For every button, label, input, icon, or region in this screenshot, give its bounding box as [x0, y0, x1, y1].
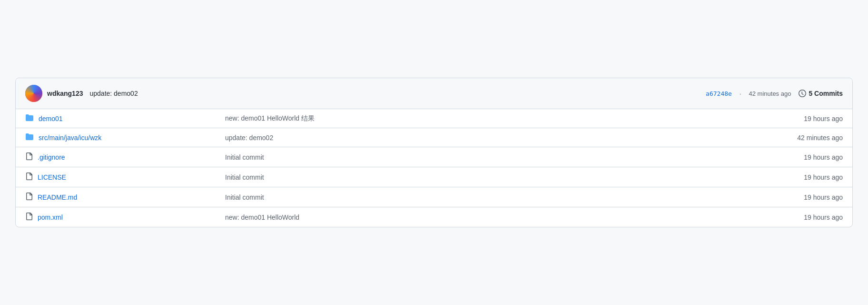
commit-author[interactable]: wdkang123: [47, 90, 83, 97]
file-icon-2: [25, 152, 33, 162]
repo-file-table: wdkang123 update: demo02 a67248e · 42 mi…: [15, 78, 853, 227]
file-commit-msg-0: new: demo01 HelloWorld 结果: [216, 114, 767, 123]
file-icon: [25, 152, 33, 161]
repo-header: wdkang123 update: demo02 a67248e · 42 mi…: [16, 78, 852, 109]
file-name-col: README.md: [25, 192, 216, 202]
file-rows-container: demo01 new: demo01 HelloWorld 结果 19 hour…: [16, 109, 852, 227]
header-left: wdkang123 update: demo02: [25, 85, 706, 102]
file-name-col: pom.xml: [25, 212, 216, 222]
file-time-3: 19 hours ago: [767, 173, 843, 181]
commit-message: update: demo02: [89, 90, 138, 97]
clock-icon: [799, 90, 806, 97]
file-icon: [25, 192, 33, 201]
table-row: src/main/java/icu/wzk update: demo02 42 …: [16, 128, 852, 147]
file-commit-msg-4: Initial commit: [216, 193, 767, 201]
table-row: README.md Initial commit 19 hours ago: [16, 187, 852, 207]
folder-icon: [25, 133, 34, 141]
file-commit-msg-5: new: demo01 HelloWorld: [216, 214, 767, 221]
commits-count-label: 5 Commits: [809, 90, 843, 97]
file-name-1[interactable]: src/main/java/icu/wzk: [39, 134, 101, 142]
commits-link[interactable]: 5 Commits: [799, 90, 843, 97]
file-name-5[interactable]: pom.xml: [38, 214, 63, 221]
file-icon: [25, 212, 33, 221]
table-row: LICENSE Initial commit 19 hours ago: [16, 167, 852, 187]
file-name-col: src/main/java/icu/wzk: [25, 133, 216, 142]
file-commit-msg-1: update: demo02: [216, 134, 767, 142]
separator: ·: [740, 90, 741, 97]
folder-icon-1: [25, 133, 34, 142]
file-commit-msg-2: Initial commit: [216, 153, 767, 161]
file-commit-msg-3: Initial commit: [216, 173, 767, 181]
folder-icon: [25, 114, 34, 122]
file-icon-5: [25, 212, 33, 222]
commit-time: 42 minutes ago: [749, 90, 791, 97]
file-name-col: LICENSE: [25, 172, 216, 182]
file-icon-3: [25, 172, 33, 182]
avatar: [25, 85, 42, 102]
file-time-2: 19 hours ago: [767, 153, 843, 161]
file-name-3[interactable]: LICENSE: [38, 173, 66, 181]
file-time-4: 19 hours ago: [767, 193, 843, 201]
file-name-col: .gitignore: [25, 152, 216, 162]
file-time-0: 19 hours ago: [767, 115, 843, 122]
header-right: a67248e · 42 minutes ago 5 Commits: [706, 90, 843, 97]
table-row: demo01 new: demo01 HelloWorld 结果 19 hour…: [16, 109, 852, 128]
file-time-5: 19 hours ago: [767, 214, 843, 221]
file-name-2[interactable]: .gitignore: [38, 153, 65, 161]
folder-icon-0: [25, 114, 34, 123]
table-row: .gitignore Initial commit 19 hours ago: [16, 147, 852, 167]
commit-hash[interactable]: a67248e: [706, 90, 732, 97]
file-icon: [25, 172, 33, 181]
file-time-1: 42 minutes ago: [767, 134, 843, 142]
file-name-0[interactable]: demo01: [39, 115, 63, 122]
file-name-col: demo01: [25, 114, 216, 123]
table-row: pom.xml new: demo01 HelloWorld 19 hours …: [16, 207, 852, 227]
file-name-4[interactable]: README.md: [38, 193, 77, 201]
file-icon-4: [25, 192, 33, 202]
